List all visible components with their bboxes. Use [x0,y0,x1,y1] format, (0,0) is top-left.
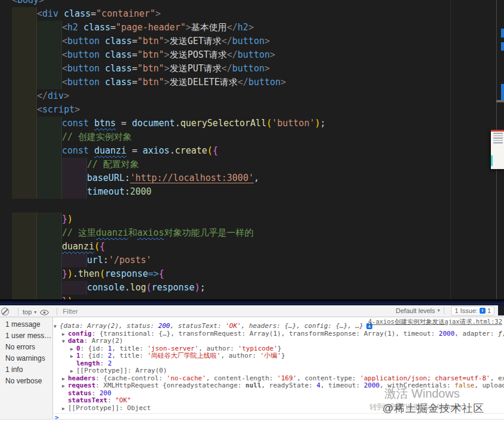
gutter-space [0,158,12,171]
overview-ruler-mark[interactable] [501,42,504,51]
disclosure-arrow-icon[interactable]: ▶ [62,376,68,383]
code-token: > [164,76,170,89]
code-line[interactable]: // 配置对象 [0,158,504,171]
sidebar-filter-item[interactable]: No errors [0,342,52,353]
code-line[interactable]: const duanzi = axios.create({ [0,144,504,158]
code-line[interactable]: <button class="btn">发送DELETE请求</button> [0,76,504,89]
code-token: : [125,185,130,199]
indent-guide [37,130,62,144]
console-row[interactable]: ▶[[Prototype]]: Object [53,405,504,412]
issues-button[interactable]: 1 Issue: i 1 [451,306,494,315]
disclosure-arrow-icon[interactable]: ▶ [70,368,76,375]
console-token: '169' [277,375,297,382]
disclosure-arrow-icon[interactable]: ▶ [62,383,68,390]
code-line[interactable]: timeout:2000 [0,185,504,199]
disclosure-arrow-icon[interactable]: ▼ [54,323,60,330]
sidebar-filter-item[interactable]: 1 message [0,319,52,330]
sidebar-filter-item[interactable]: 1 user mess… [0,330,52,342]
clear-console-icon[interactable] [1,308,9,315]
overview-ruler-mark[interactable] [501,84,504,100]
console-row[interactable]: ▶request: XMLHttpRequest {onreadystatech… [53,382,504,390]
code-line[interactable]: <button class="btn">发送POST请求</button> [0,48,504,62]
code-line[interactable]: }) [0,212,504,226]
code-line[interactable]: <h2 class="page-header">基本使用</h2> [0,21,504,35]
code-token: h2 [238,21,248,35]
console-row[interactable]: ▼data: Array(2) [53,337,504,345]
disclosure-arrow-icon[interactable]: ▼ [62,338,68,345]
console-row[interactable]: ▶config: {transitional: {…}, transformRe… [53,330,504,338]
console-row[interactable]: ▶headers: {cache-control: 'no-cache', co… [53,375,504,383]
code-line[interactable]: // 这里duanzi和axios对象功能几乎是一样的 [0,226,504,240]
page-preview-thumbnail[interactable] [491,130,504,169]
code-token: </ [227,21,238,35]
sidebar-filter-item[interactable]: 1 info [0,364,52,376]
code-token: duanzi [94,144,126,158]
code-line[interactable]: <button class="btn">发送GET请求</button> [0,35,504,48]
code-token: { [213,144,218,158]
console-token: 'OK' [225,323,241,330]
gutter-space [0,267,12,281]
code-token: ( [207,144,213,158]
thumbnail-text-line [493,140,503,141]
console-token: , author: [198,345,238,352]
indent-guide [37,76,62,89]
code-token: create [175,144,207,158]
disclosure-arrow-icon[interactable]: ▶ [70,353,76,360]
code-token: </ [238,76,248,89]
indent-guide [62,281,87,295]
default-levels-dropdown[interactable]: Default levels ▾ [396,307,440,314]
console-token: 200 [158,323,170,330]
gutter-space [0,130,12,144]
frame-context-dropdown[interactable]: top ▾ [23,308,36,315]
console-token: '小编' [260,352,281,360]
console-token: , timeout: [321,382,364,389]
console-token: 1 [76,352,80,360]
code-line[interactable]: }).then(response=>{ [0,267,504,281]
code-token: ( [146,281,151,295]
sidebar-filter-item[interactable]: No warnings [0,353,52,364]
code-line[interactable]: duanzi({ [0,240,504,254]
code-line[interactable]: <button class="btn">发送PUT请求</button> [0,62,504,76]
gutter-space [0,281,12,295]
console-token: } [278,345,282,352]
overview-ruler-mark[interactable] [501,29,504,37]
code-token: > [265,35,270,48]
editor-divider[interactable] [496,100,504,102]
code-line[interactable]: </div> [0,89,504,103]
code-token: { [159,267,164,281]
code-token: , [254,171,259,185]
console-token: null [245,382,262,389]
disclosure-arrow-icon[interactable]: ▶ [62,405,68,412]
code-line[interactable]: // 创建实例对象 [0,130,504,144]
code-token: class [105,76,132,89]
eye-icon[interactable] [40,310,49,315]
indent-guide [12,103,37,117]
console-token: , content-length: [206,375,277,382]
indent-guide [12,130,37,144]
thumbnail-text-line [493,142,503,143]
code-token: div [48,89,64,103]
code-line[interactable]: console.log(response); [0,281,504,295]
console-row[interactable]: ▶0: {id: 1, title: 'json-server', author… [53,345,504,353]
code-line[interactable]: <body> [0,0,504,7]
code-token: = [126,144,142,158]
disclosure-arrow-icon[interactable]: ▶ [62,331,68,338]
code-line[interactable]: <div class="container"> [0,7,504,21]
code-token: > [64,89,69,103]
console-prompt[interactable]: > [53,413,504,419]
code-line[interactable]: <script> [0,103,504,117]
console-row[interactable]: ▶1: {id: 2, title: '尚硅谷大厂学院上线啦', author:… [53,352,504,360]
disclosure-arrow-icon[interactable]: ▶ [70,346,76,353]
code-line[interactable]: const btns = document.querySelectorAll('… [0,117,504,130]
code-line[interactable]: url:'/posts' [0,254,504,267]
console-row[interactable]: ▶[[Prototype]]: Array(0) [53,367,504,375]
sidebar-filter-item[interactable]: No verbose [0,376,52,387]
indent-guide [12,21,37,35]
code-token: button [232,62,265,76]
gutter-space [0,103,12,117]
source-link[interactable]: 4-axios创建实例对象发送ajax请求.html:32 [368,318,502,326]
filter-input[interactable] [61,307,207,315]
code-line[interactable] [0,199,504,212]
code-token: < [62,35,67,48]
code-line[interactable]: baseURL:'http://localhost:3000', [0,171,504,185]
